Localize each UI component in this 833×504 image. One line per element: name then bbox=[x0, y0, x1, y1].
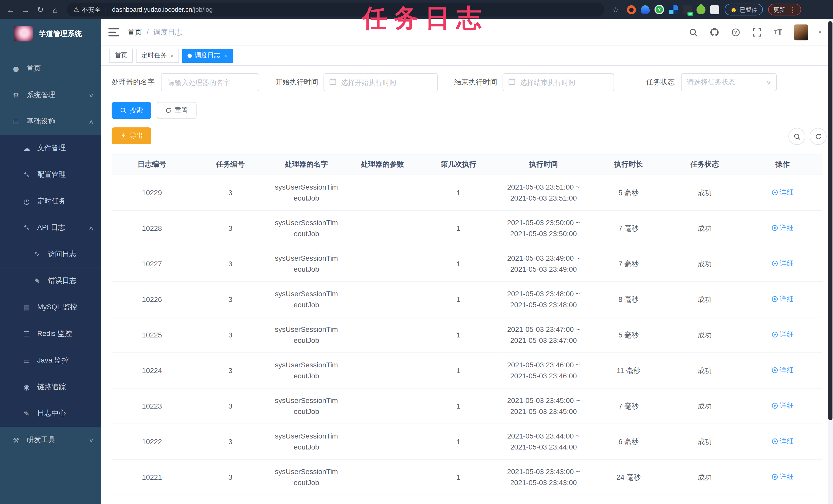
table-cell: 成功 bbox=[667, 424, 743, 459]
extension-orange-icon[interactable] bbox=[627, 5, 636, 14]
sidebar-item-error-log[interactable]: ✎错误日志 bbox=[0, 268, 101, 294]
chevron-down-icon[interactable]: ▾ bbox=[819, 29, 821, 35]
detail-link[interactable]: 详细 bbox=[771, 400, 794, 411]
table-row: 102223sysUserSessionTimeoutJob12021-05-0… bbox=[112, 424, 823, 459]
sidebar-item-scheduled-tasks[interactable]: ◷定时任务 bbox=[0, 188, 101, 215]
sidebar-item-trace[interactable]: ◉链路追踪 bbox=[0, 374, 101, 400]
sidebar-item-mysql-monitor[interactable]: ▤MySQL 监控 bbox=[0, 294, 101, 321]
sidebar-item-dev-tools[interactable]: ⚒研发工具∨ bbox=[0, 427, 101, 453]
detail-link[interactable]: 详细 bbox=[771, 293, 794, 304]
sidebar-item-access-log[interactable]: ✎访问日志 bbox=[0, 241, 101, 268]
detail-link[interactable]: 详细 bbox=[771, 364, 794, 376]
hamburger-icon[interactable] bbox=[108, 27, 119, 37]
tab-schedule-log[interactable]: 调度日志 × bbox=[182, 49, 233, 62]
task-status-select[interactable]: 请选择任务状态 ∨ bbox=[681, 73, 777, 91]
sidebar-item-api-log[interactable]: ✎API 日志∧ bbox=[0, 215, 101, 241]
extension-shield-icon[interactable] bbox=[641, 5, 650, 14]
sidebar-item-file-management[interactable]: ☁文件管理 bbox=[0, 135, 101, 161]
browser-update-button[interactable]: 更新 ⋮ bbox=[768, 4, 801, 16]
extensions-puzzle-icon[interactable] bbox=[710, 5, 719, 14]
table-cell bbox=[344, 282, 421, 317]
start-time-input[interactable] bbox=[340, 78, 432, 87]
detail-link[interactable]: 详细 bbox=[771, 435, 794, 447]
column-header: 操作 bbox=[743, 154, 822, 175]
close-icon[interactable]: × bbox=[170, 52, 174, 58]
detail-link[interactable]: 详细 bbox=[771, 329, 794, 340]
bookmark-star-icon[interactable]: ☆ bbox=[610, 5, 622, 14]
export-button[interactable]: 导出 bbox=[112, 127, 151, 144]
table-cell: 24 毫秒 bbox=[591, 459, 667, 495]
on-badge: on bbox=[687, 11, 693, 16]
table-body: 102293sysUserSessionTimeoutJob12021-05-0… bbox=[112, 175, 823, 504]
table-tools bbox=[788, 128, 827, 145]
timer-icon: ◷ bbox=[22, 197, 31, 205]
page-scrollbar[interactable] bbox=[828, 19, 833, 504]
fullscreen-icon[interactable] bbox=[752, 27, 762, 37]
handler-name-input[interactable] bbox=[167, 78, 253, 87]
table-cell bbox=[344, 317, 421, 353]
scrollbar-thumb[interactable] bbox=[828, 21, 832, 420]
sidebar-item-java-monitor[interactable]: ▭Java 监控 bbox=[0, 347, 101, 374]
extension-grid-icon[interactable] bbox=[669, 5, 678, 14]
app-logo-row[interactable]: 芋道管理系统 bbox=[0, 19, 101, 48]
forward-icon[interactable]: → bbox=[18, 5, 33, 14]
breadcrumb-home[interactable]: 首页 bbox=[127, 27, 142, 37]
table-cell bbox=[344, 388, 421, 424]
extension-switch-icon[interactable]: on bbox=[683, 5, 692, 14]
table-cell-actions: 详细 bbox=[743, 210, 822, 246]
extension-leaf-icon[interactable] bbox=[694, 3, 707, 16]
table-cell: 5 毫秒 bbox=[591, 175, 667, 210]
sidebar-item-system-management[interactable]: ⚙系统管理∨ bbox=[0, 82, 101, 108]
sidebar-item-label: 错误日志 bbox=[48, 276, 76, 285]
table-row: 102293sysUserSessionTimeoutJob12021-05-0… bbox=[112, 175, 823, 210]
edit-icon: ✎ bbox=[33, 250, 42, 258]
detail-link[interactable]: 详细 bbox=[771, 258, 794, 269]
end-time-input[interactable] bbox=[519, 78, 609, 87]
table-cell: sysUserSessionTimeoutJob bbox=[268, 175, 344, 210]
toggle-search-button[interactable] bbox=[788, 128, 805, 145]
table-cell: 10226 bbox=[112, 282, 192, 317]
eye-icon bbox=[771, 438, 778, 445]
back-icon[interactable]: ← bbox=[3, 5, 18, 14]
reload-icon[interactable]: ↻ bbox=[33, 5, 48, 14]
search-icon[interactable] bbox=[688, 27, 698, 37]
chevron-down-icon: ∨ bbox=[766, 79, 771, 86]
extension-green-icon[interactable]: Y bbox=[654, 5, 664, 14]
profile-paused-badge[interactable]: ☻ 已暂停 bbox=[725, 4, 763, 16]
home-icon[interactable]: ⌂ bbox=[48, 5, 63, 14]
search-actions: 搜索 重置 bbox=[112, 102, 823, 119]
sidebar-item-config-management[interactable]: ✎配置管理 bbox=[0, 161, 101, 188]
security-label[interactable]: 不安全 bbox=[82, 5, 101, 14]
sidebar-item-infrastructure[interactable]: ⊡基础设施∧ bbox=[0, 108, 101, 135]
sidebar-item-label: 研发工具 bbox=[27, 435, 55, 445]
table-cell: 1 bbox=[421, 353, 497, 388]
table-cell-actions: 详细 bbox=[743, 388, 822, 424]
address-bar[interactable]: ⚠ 不安全 | dashboard.yudao.iocoder.cn/job/l… bbox=[67, 3, 604, 16]
sidebar-item-redis-monitor[interactable]: ☰Redis 监控 bbox=[0, 321, 101, 347]
refresh-table-button[interactable] bbox=[810, 128, 827, 145]
search-button[interactable]: 搜索 bbox=[112, 102, 151, 119]
detail-link[interactable]: 详细 bbox=[771, 186, 794, 198]
close-icon[interactable]: × bbox=[224, 52, 227, 58]
tab-home[interactable]: 首页 bbox=[109, 49, 133, 62]
table-toolbar: 导出 bbox=[112, 127, 823, 144]
detail-link[interactable]: 详细 bbox=[771, 471, 794, 482]
sidebar-item-label: 访问日志 bbox=[48, 249, 76, 259]
table-cell: 10223 bbox=[112, 388, 192, 424]
table-cell: 10220 bbox=[112, 495, 192, 504]
table-cell: 2021-05-03 23:42:00 ~2021-05-03 23:42:00 bbox=[497, 495, 591, 504]
detail-link[interactable]: 详细 bbox=[771, 222, 794, 233]
sidebar-item-home[interactable]: ◍首页 bbox=[0, 55, 101, 82]
sidebar-item-log-center[interactable]: ✎日志中心 bbox=[0, 400, 101, 427]
font-size-icon[interactable]: TT bbox=[773, 27, 783, 37]
help-icon[interactable]: ? bbox=[731, 27, 741, 37]
table-cell-actions: 详细 bbox=[743, 282, 822, 317]
tab-scheduled-tasks[interactable]: 定时任务 × bbox=[136, 49, 179, 62]
table-cell: 2021-05-03 23:50:00 ~2021-05-03 23:50:00 bbox=[497, 210, 591, 246]
avatar[interactable] bbox=[794, 24, 808, 40]
github-icon[interactable] bbox=[709, 27, 720, 37]
table-cell: 3 bbox=[192, 210, 268, 246]
browser-menu-icon[interactable]: ⋮ bbox=[789, 6, 795, 14]
sidebar-item-label: 系统管理 bbox=[27, 90, 55, 100]
reset-button[interactable]: 重置 bbox=[157, 102, 197, 119]
